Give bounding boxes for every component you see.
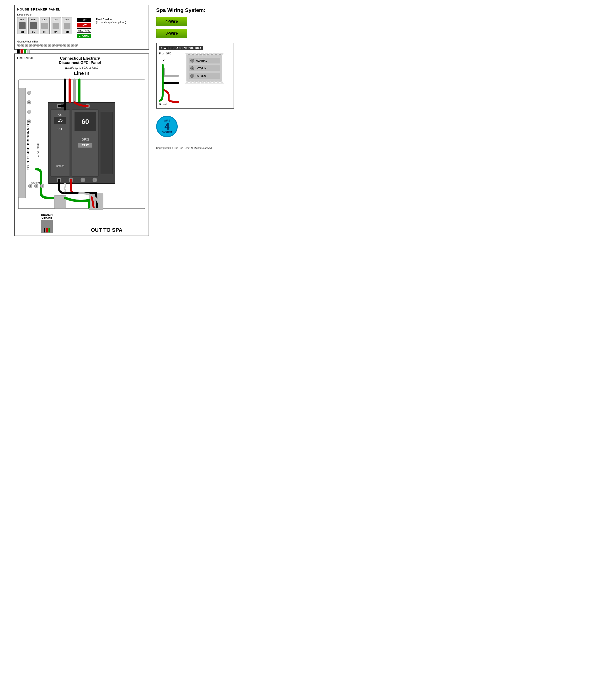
spa-wiring-section: Spa Wiring System: 4-Wire 3-Wire — [156, 7, 234, 38]
terminal-2 — [21, 44, 24, 47]
svg-text:GFCI Pigtail: GFCI Pigtail — [36, 143, 39, 157]
terminal-hot-l1-label: HOT (L1) — [196, 67, 206, 70]
breaker-switch-2[interactable]: OFF ON — [28, 17, 39, 34]
svg-text:60: 60 — [81, 118, 89, 125]
house-breaker-panel: HOUSE BREAKER PANEL Double Pole OFF ON O… — [14, 5, 149, 50]
svg-rect-51 — [101, 112, 113, 174]
wire-legend: HOT HOT NEUTRAL GROUND — [77, 18, 91, 38]
terminal-6 — [36, 44, 40, 47]
spa-wiring-title: Spa Wiring System: — [156, 7, 234, 14]
svg-text:GFCI: GFCI — [81, 138, 89, 141]
sw-off-5: OFF — [65, 18, 69, 21]
spa-control-content: From GFCI ↙ Ground — [159, 52, 231, 106]
sw-on-1: ON — [21, 31, 24, 33]
breaker-switch-1[interactable]: OFF ON — [17, 17, 27, 34]
spa-wires-svg — [159, 64, 183, 107]
feed-breaker-info: Feed Breaker (to match spa's amp load) — [96, 18, 126, 24]
feed-breaker-sub: (to match spa's amp load) — [96, 21, 126, 24]
sw-on-4: ON — [54, 31, 57, 33]
gfci-interior-svg: GFCI Pigtail — [17, 78, 146, 212]
screw-hot-l2: + — [190, 74, 194, 78]
breaker-switch-3[interactable]: OFF ON — [40, 17, 50, 34]
svg-rect-1 — [18, 88, 26, 198]
terminal-neutral-label: NEUTRAL — [196, 59, 207, 62]
terminal-11 — [55, 44, 59, 47]
outside-disconnect-label: TO OUTSIDE DISCONNECT — [26, 120, 30, 170]
spa-ground-label: Ground — [159, 103, 183, 106]
switches-container: OFF ON OFF ON OFF ON — [17, 17, 72, 34]
wire-hot-red: HOT — [77, 23, 91, 27]
wire-hot-black: HOT — [77, 18, 91, 22]
disconnect-title-line1: Connecticut Electric® — [59, 56, 101, 60]
svg-text:OFF: OFF — [57, 127, 63, 130]
svg-text:Ground: Ground — [31, 181, 40, 184]
wire-4-button[interactable]: 4-Wire — [156, 17, 187, 26]
copyright: Copyright©2008 The Spa Depot All Rights … — [156, 142, 234, 149]
feed-breaker-label: Feed Breaker — [96, 18, 126, 21]
terminal-hot-l2-label: HOT (L2) — [196, 75, 206, 77]
line-neutral-label: Line Neutral — [17, 56, 33, 60]
main-diagram: HOUSE BREAKER PANEL Double Pole OFF ON O… — [5, 5, 149, 236]
paper-edge-top — [185, 53, 224, 56]
terminal-13 — [63, 44, 66, 47]
spa-left: From GFCI ↙ Ground — [159, 52, 183, 106]
terminal-3 — [25, 44, 28, 47]
branch-circuit-label: BRANCH CIRCUIT — [41, 214, 53, 219]
ground-neutral-section: Ground/Neutral Bar — [17, 40, 146, 47]
prong-green — [48, 228, 50, 232]
badge-system-label: SYSTEM — [162, 131, 172, 134]
breaker-switch-4[interactable]: OFF ON — [51, 17, 61, 34]
sw-on-3: ON — [43, 31, 46, 33]
breaker-switch-5[interactable]: OFF ON — [62, 17, 72, 34]
prong-red — [46, 228, 48, 232]
svg-text:TEST: TEST — [82, 144, 89, 147]
terminal-9 — [48, 44, 51, 47]
loads-label: (Loads up to 60A, or less) — [17, 66, 146, 70]
disconnect-title-block: Connecticut Electric® Disconnect GFCI Pa… — [59, 56, 101, 65]
terminal-1 — [17, 44, 21, 47]
terminal-4 — [29, 44, 32, 47]
sw-off-4: OFF — [54, 18, 58, 21]
sw-on-2: ON — [32, 31, 35, 33]
paper-edge-bottom — [185, 81, 224, 83]
terminal-14 — [67, 44, 70, 47]
double-pole-label: Double Pole — [17, 13, 72, 16]
terminal-neutral: + NEUTRAL — [189, 58, 220, 64]
sw-off-1: OFF — [20, 18, 24, 21]
sw-on-5: ON — [66, 31, 69, 33]
sw-off-2: OFF — [31, 18, 35, 21]
spa-control-box: 4-WIRE SPA CONTROL BOX From GFCI ↙ — [156, 43, 234, 108]
sw-off-3: OFF — [43, 18, 47, 21]
terminal-bar — [17, 44, 146, 47]
wire-3-button[interactable]: 3-Wire — [156, 29, 187, 38]
line-in-label: Line In — [17, 71, 146, 76]
terminal-hot-l2: + HOT (L2) — [189, 73, 220, 79]
svg-text:ON: ON — [58, 113, 62, 116]
from-gfci-label: From GFCI — [159, 52, 183, 55]
terminal-5 — [32, 44, 36, 47]
svg-text:Branch: Branch — [56, 165, 65, 167]
wire-ground: GROUND — [77, 34, 91, 38]
branch-circuit-section: BRANCH CIRCUIT — [41, 214, 53, 233]
prong-black — [44, 228, 45, 232]
badge-number: 4 — [164, 122, 169, 131]
panel-title: HOUSE BREAKER PANEL — [17, 8, 146, 11]
terminal-8 — [44, 44, 47, 47]
bottom-labels: BRANCH CIRCUIT OUT TO SPA — [17, 214, 146, 233]
screw-neutral: + — [190, 59, 194, 62]
wire-badge-container: WIRE 4 SYSTEM — [156, 116, 234, 137]
terminal-7 — [40, 44, 44, 47]
terminals-block: + NEUTRAL + HOT (L1) + HOT (L2) — [187, 54, 222, 82]
disconnect-title-line2: Disconnect GFCI Panel — [59, 60, 101, 65]
ground-neutral-bar-label: Ground/Neutral Bar — [17, 40, 146, 43]
plug-body — [41, 220, 53, 233]
right-panel: Spa Wiring System: 4-Wire 3-Wire 4-WIRE … — [156, 5, 234, 149]
screw-hot-l1: + — [190, 66, 194, 70]
svg-text:15: 15 — [58, 118, 63, 123]
terminal-12 — [59, 44, 63, 47]
arrow-icon: ↙ — [163, 57, 183, 62]
out-to-spa-label: OUT TO SPA — [91, 227, 122, 233]
wire-neutral: NEUTRAL — [77, 28, 91, 33]
terminal-rows: + NEUTRAL + HOT (L1) + HOT (L2) — [189, 57, 220, 80]
terminal-10 — [52, 44, 55, 47]
